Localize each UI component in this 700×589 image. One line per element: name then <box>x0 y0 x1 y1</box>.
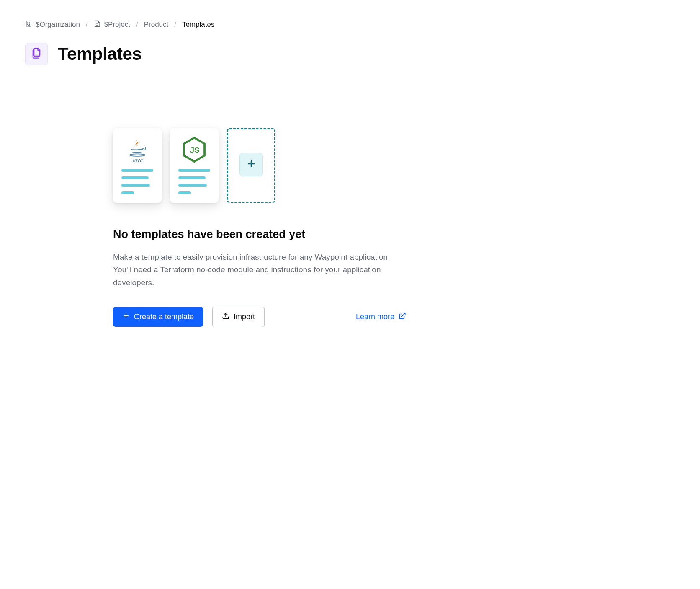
breadcrumb-product[interactable]: Product <box>144 21 169 29</box>
breadcrumb-org-label: $Organization <box>36 21 80 29</box>
page-title: Templates <box>58 44 142 64</box>
empty-state-description: Make a template to easily provision infr… <box>113 251 398 289</box>
svg-text:Java: Java <box>132 157 143 163</box>
svg-line-20 <box>402 313 405 316</box>
nodejs-logo: JS <box>181 134 207 166</box>
learn-more-link[interactable]: Learn more <box>356 312 406 322</box>
page-icon-box <box>25 43 48 65</box>
empty-state: Java JS <box>113 128 406 327</box>
learn-more-label: Learn more <box>356 313 394 321</box>
breadcrumb-separator: / <box>86 21 88 29</box>
card-placeholder-lines <box>121 169 153 194</box>
breadcrumb-project[interactable]: $Project <box>94 20 130 29</box>
plus-icon <box>122 312 130 322</box>
files-icon <box>31 47 42 61</box>
external-link-icon <box>399 312 406 322</box>
java-logo: Java <box>125 134 149 166</box>
breadcrumb-separator: / <box>136 21 138 29</box>
breadcrumb: $Organization / $Project / Product / Tem… <box>25 20 675 29</box>
import-button[interactable]: Import <box>212 307 265 327</box>
upload-icon <box>222 312 229 322</box>
breadcrumb-org[interactable]: $Organization <box>25 20 80 29</box>
create-template-button[interactable]: Create a template <box>113 307 203 327</box>
illustration-add-card <box>227 128 275 203</box>
plus-icon <box>246 159 256 170</box>
create-template-label: Create a template <box>134 313 194 321</box>
import-label: Import <box>234 313 255 321</box>
illustration-card-node: JS <box>170 128 219 203</box>
svg-text:JS: JS <box>190 145 199 154</box>
page-header: Templates <box>25 43 675 65</box>
breadcrumb-product-label: Product <box>144 21 169 29</box>
breadcrumb-separator: / <box>174 21 176 29</box>
card-placeholder-lines <box>178 169 210 194</box>
empty-state-title: No templates have been created yet <box>113 228 406 241</box>
illustration-card-java: Java <box>113 128 162 203</box>
templates-illustration: Java JS <box>113 128 406 203</box>
file-icon <box>94 20 101 29</box>
svg-point-12 <box>130 154 145 156</box>
breadcrumb-project-label: $Project <box>104 21 130 29</box>
empty-state-actions: Create a template Import Learn more <box>113 307 406 327</box>
breadcrumb-current: Templates <box>182 21 214 29</box>
building-icon <box>25 20 32 29</box>
plus-box <box>239 153 263 176</box>
